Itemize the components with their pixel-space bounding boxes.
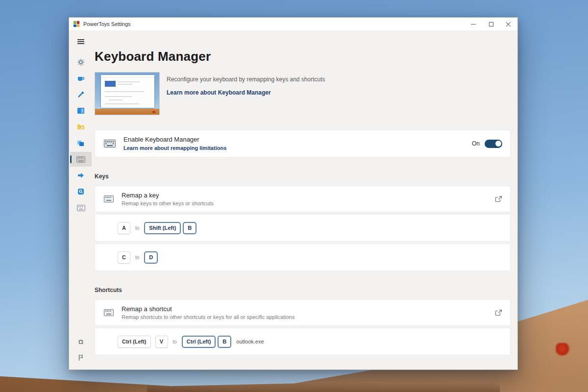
remap-key-subtitle: Remap keys to other keys or shortcuts xyxy=(122,200,214,206)
minimize-button[interactable] xyxy=(465,18,482,30)
sidebar-item-awake[interactable] xyxy=(70,71,92,86)
key-chip: V xyxy=(155,336,168,348)
open-remap-key-button[interactable] xyxy=(495,196,502,203)
key-chip: D xyxy=(144,251,158,264)
remap-key-card[interactable]: Remap a key Remap keys to other keys or … xyxy=(95,186,511,212)
keyboard-icon xyxy=(104,196,114,202)
sidebar-item-keyboard-manager[interactable] xyxy=(70,152,92,167)
close-button[interactable] xyxy=(500,18,517,30)
preview-ground xyxy=(95,109,159,115)
key-chip: Ctrl (Left) xyxy=(182,336,216,348)
desktop-wallpaper: PowerToys Settings xyxy=(0,0,588,392)
learn-more-link[interactable]: Learn more about Keyboard Manager xyxy=(167,89,271,96)
color-picker-icon xyxy=(77,91,85,98)
shortcut-guide-icon xyxy=(77,205,85,211)
hamburger-menu-button[interactable] xyxy=(70,34,92,49)
titlebar: PowerToys Settings xyxy=(69,18,517,30)
toggle-state-label: On xyxy=(472,140,480,147)
close-icon xyxy=(506,22,511,26)
gear-icon xyxy=(77,58,85,66)
powertoys-settings-window: PowerToys Settings xyxy=(69,17,518,370)
feedback-button[interactable] xyxy=(70,350,92,365)
key-mapping-row: C to D xyxy=(95,244,511,271)
sidebar-item-image-resizer[interactable] xyxy=(70,136,92,150)
page-title: Keyboard Manager xyxy=(95,49,511,64)
target-app-label: outlook.exe xyxy=(236,339,264,344)
key-chip: A xyxy=(118,222,130,234)
keyboard-icon xyxy=(104,140,116,147)
launch-icon xyxy=(495,196,502,203)
sidebar-item-fancyzones[interactable] xyxy=(70,103,92,118)
toggle-knob xyxy=(495,141,501,147)
sidebar-item-powertoys-run[interactable] xyxy=(70,184,92,199)
remap-shortcut-title: Remap a shortcut xyxy=(122,305,294,313)
open-remap-shortcut-button[interactable] xyxy=(495,309,502,317)
remap-shortcut-card[interactable]: Remap a shortcut Remap shortcuts to othe… xyxy=(95,299,511,326)
window-controls xyxy=(465,18,517,30)
to-label: to xyxy=(173,339,177,344)
key-chip: Shift (Left) xyxy=(144,222,181,234)
key-chip: B xyxy=(218,336,231,348)
keyboard-icon xyxy=(104,309,114,316)
keyboard-manager-preview-image xyxy=(95,72,160,115)
powerrename-icon xyxy=(77,172,85,179)
powertoys-logo-icon xyxy=(74,21,79,27)
page-description: Reconfigure your keyboard by remapping k… xyxy=(167,76,325,83)
hero-section: Reconfigure your keyboard by remapping k… xyxy=(95,72,511,115)
folder-icon xyxy=(77,123,85,131)
keys-section-header: Keys xyxy=(95,173,511,180)
bug-icon xyxy=(77,338,85,345)
poppy-flower xyxy=(556,343,570,356)
key-chip: C xyxy=(118,251,130,264)
key-chip: Ctrl (Left) xyxy=(118,336,151,348)
to-label: to xyxy=(135,225,139,231)
launch-icon xyxy=(495,309,502,317)
main-content: Keyboard Manager xyxy=(93,30,517,369)
key-chip: B xyxy=(183,222,196,234)
sidebar-item-color-picker[interactable] xyxy=(70,87,92,102)
fancyzones-icon xyxy=(77,107,85,115)
sidebar-item-file-explorer[interactable] xyxy=(70,120,92,134)
enable-card: Enable Keyboard Manager Learn more about… xyxy=(95,130,511,157)
sidebar-item-powerrename[interactable] xyxy=(70,168,92,183)
remapping-limitations-link[interactable]: Learn more about remapping limitations xyxy=(123,145,226,151)
image-resizer-icon xyxy=(77,139,85,147)
window-title: PowerToys Settings xyxy=(83,21,465,27)
flag-icon xyxy=(77,354,85,362)
bug-report-button[interactable] xyxy=(70,334,92,349)
preview-poppy xyxy=(152,111,155,113)
sidebar-item-shortcut-guide[interactable] xyxy=(70,200,92,215)
powertoys-run-icon xyxy=(77,188,85,196)
keyboard-icon xyxy=(76,156,85,163)
navigation-sidebar xyxy=(69,30,93,369)
maximize-icon xyxy=(489,22,493,26)
key-mapping-row: A to Shift (Left) B xyxy=(95,214,511,242)
enable-title: Enable Keyboard Manager xyxy=(123,136,226,143)
to-label: to xyxy=(135,255,139,260)
enable-toggle[interactable] xyxy=(485,140,502,148)
remap-key-title: Remap a key xyxy=(122,192,214,199)
shortcut-mapping-row: Ctrl (Left) V to Ctrl (Left) B outlook.e… xyxy=(95,328,511,355)
preview-mini-window xyxy=(101,75,154,108)
minimize-icon xyxy=(471,24,476,24)
sidebar-item-general[interactable] xyxy=(70,55,92,70)
shortcuts-section-header: Shortcuts xyxy=(95,287,511,294)
maximize-button[interactable] xyxy=(482,18,500,30)
remap-shortcut-subtitle: Remap shortcuts to other shortcuts or ke… xyxy=(122,314,294,320)
awake-cup-icon xyxy=(77,74,85,82)
